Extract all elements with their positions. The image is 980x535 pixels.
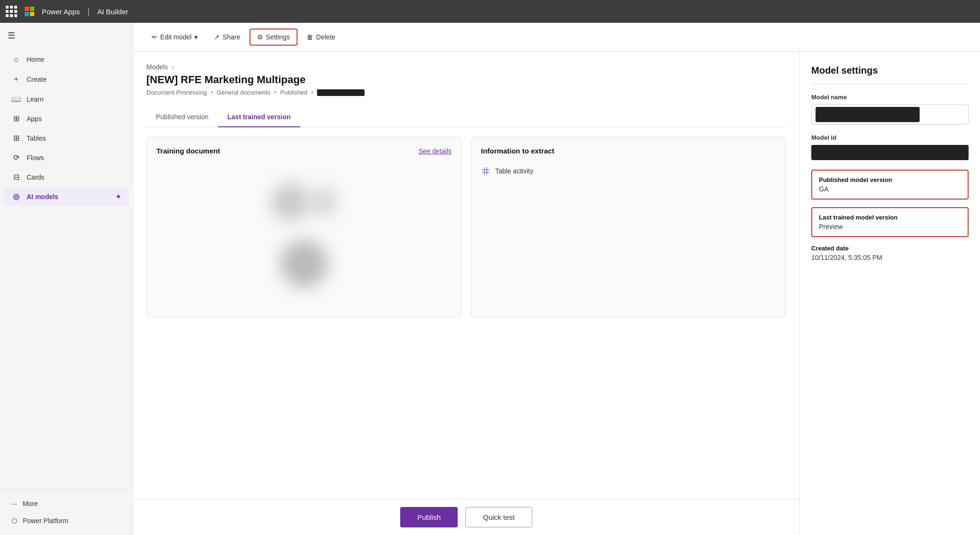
published-version-value: GA [819,185,961,193]
model-name-redacted [816,107,920,122]
ai-models-icon: ◎ [11,192,21,201]
subtitle-status: Published [280,89,307,96]
created-date-label: Created date [811,245,969,252]
published-version-box: Published model version GA [811,170,969,200]
subtitle-type: Document Processing [146,89,207,96]
sidebar-item-power-platform[interactable]: ⬡ Power Platform [8,512,125,529]
page-content: Models › [NEW] RFE Marketing Multipage D… [133,52,799,499]
blob2 [309,188,337,216]
sidebar-item-create-label: Create [27,76,47,83]
cards-icon: ⊟ [11,172,21,182]
model-id-redacted [811,145,969,160]
action-bar: Publish Quick test [133,499,799,535]
topbar-separator: | [87,7,90,17]
blob1 [271,183,309,221]
edit-icon: ✏ [152,33,157,41]
publish-button[interactable]: Publish [400,507,458,527]
info-card-content: Table activity [481,162,776,307]
page-title: [NEW] RFE Marketing Multipage [146,74,786,86]
published-version-label: Published model version [819,176,961,183]
sidebar-item-ai-models[interactable]: ◎ AI models ✦ [4,187,129,206]
power-platform-icon: ⬡ [11,517,17,525]
pin-icon: ✦ [115,193,121,201]
content-row: Models › [NEW] RFE Marketing Multipage D… [133,52,980,535]
document-preview [247,164,361,306]
edit-model-label: Edit model [160,33,192,41]
sidebar-nav: ⌂ Home ＋ Create 📖 Learn ⊞ Apps ⊞ Tables … [0,48,133,489]
share-icon: ↗ [214,33,220,41]
sidebar-item-flows-label: Flows [27,154,44,162]
sidebar-collapse-button[interactable]: ☰ [0,23,133,48]
sidebar-item-more-label: More [23,500,38,507]
sidebar-item-cards[interactable]: ⊟ Cards [4,168,129,186]
learn-icon: 📖 [11,95,21,104]
delete-button[interactable]: 🗑 Delete [299,29,342,45]
topbar: Power Apps | AI Builder [0,0,980,23]
content-wrapper: ✏ Edit model ▾ ↗ Share ⚙ Settings 🗑 Dele… [133,23,980,535]
sidebar-item-tables-label: Tables [27,134,46,142]
sidebar-item-apps-label: Apps [27,115,42,123]
sidebar-item-learn-label: Learn [27,96,44,103]
page-subtitle: Document Processing • General documents … [146,89,786,96]
waffle-button[interactable] [6,6,17,17]
main-layout: ☰ ⌂ Home ＋ Create 📖 Learn ⊞ Apps ⊞ Table… [0,23,980,535]
model-id-field: Model id [811,134,969,160]
settings-label: Settings [266,33,290,41]
see-details-link[interactable]: See details [419,147,452,155]
share-button[interactable]: ↗ Share [207,29,247,45]
last-trained-version-label: Last trained model version [819,214,961,221]
training-card-header: Training document See details [156,147,452,155]
breadcrumb-parent[interactable]: Models [146,63,168,71]
training-document-card: Training document See details [146,137,461,317]
sidebar-item-more[interactable]: ··· More [8,495,125,512]
sidebar-item-home[interactable]: ⌂ Home [4,50,129,68]
home-icon: ⌂ [11,55,21,64]
quick-test-button[interactable]: Quick test [465,507,532,527]
tables-icon: ⊞ [11,134,21,143]
sidebar-item-learn[interactable]: 📖 Learn [4,90,129,108]
blob3 [280,240,328,287]
created-date-value: 10/11/2024, 5:35:05 PM [811,254,969,261]
tab-last-trained-version[interactable]: Last trained version [218,107,300,127]
sidebar-item-ai-models-label: AI models [27,193,58,201]
tab-published-version[interactable]: Published version [146,107,218,127]
chevron-down-icon: ▾ [194,33,198,41]
hamburger-icon: ☰ [8,31,15,40]
sidebar-item-apps[interactable]: ⊞ Apps [4,109,129,128]
main-content: Models › [NEW] RFE Marketing Multipage D… [133,52,799,535]
created-date-field: Created date 10/11/2024, 5:35:05 PM [811,245,969,261]
model-id-label: Model id [811,134,969,141]
model-name-input-container [811,105,969,124]
delete-label: Delete [316,33,335,41]
toolbar: ✏ Edit model ▾ ↗ Share ⚙ Settings 🗑 Dele… [133,23,980,52]
info-item-table-activity: Table activity [481,162,533,180]
sidebar-item-cards-label: Cards [27,173,44,181]
breadcrumb: Models › [146,63,786,71]
sidebar-item-tables[interactable]: ⊞ Tables [4,129,129,147]
tabs-container: Published version Last trained version [146,107,786,127]
microsoft-logo [25,7,34,16]
settings-button[interactable]: ⚙ Settings [250,29,298,46]
settings-icon: ⚙ [257,33,263,41]
info-card-title: Information to extract [481,147,554,155]
panel-title: Model settings [811,65,969,84]
more-icon: ··· [11,500,17,507]
apps-icon: ⊞ [11,114,21,123]
info-item-label: Table activity [495,167,533,175]
model-name-field: Model name [811,94,969,124]
sidebar-item-flows[interactable]: ⟳ Flows [4,148,129,167]
sidebar-item-create[interactable]: ＋ Create [4,69,129,89]
table-icon [481,167,490,175]
breadcrumb-chevron: › [172,63,174,71]
model-name-label: Model name [811,94,969,101]
cards-row: Training document See details [146,137,786,317]
flows-icon: ⟳ [11,153,21,162]
right-panel: Model settings Model name Model id Publi… [799,52,980,535]
training-card-title: Training document [156,147,220,155]
subtitle-general: General documents [217,89,270,96]
product-name: AI Builder [97,8,128,16]
edit-model-button[interactable]: ✏ Edit model ▾ [144,29,205,45]
sidebar-bottom: ··· More ⬡ Power Platform [0,489,133,535]
subtitle-redacted [317,89,365,96]
last-trained-version-box: Last trained model version Preview [811,207,969,237]
